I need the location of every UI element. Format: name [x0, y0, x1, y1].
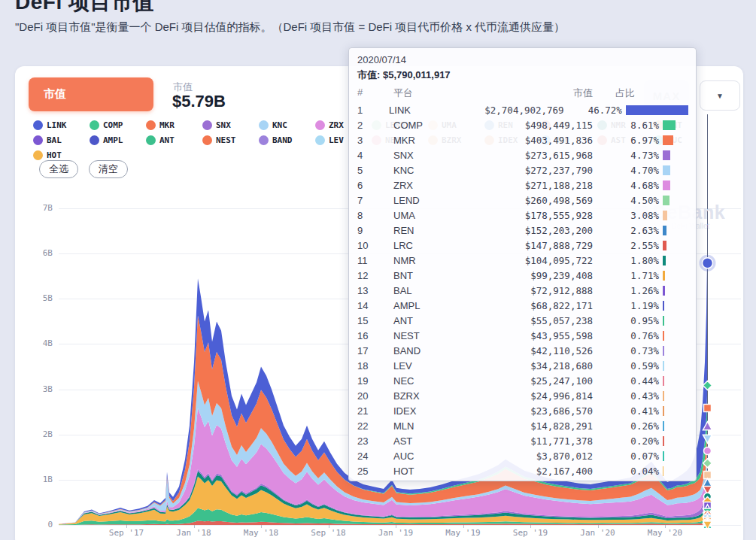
metric-value: $5.79B [172, 92, 226, 111]
legend-dot-icon [202, 135, 212, 145]
y-axis-label: 7B [23, 203, 53, 213]
tooltip-row-mln: 22MLN$14,828,2910.26% [357, 418, 688, 433]
cell-pct: 0.73% [593, 345, 659, 356]
cell-rank: 18 [357, 360, 393, 372]
defi-marketcap-page: DeFi 项目市值 "DeFi 项目市值"是衡量一个 DeFi 项目估值的指标。… [0, 0, 756, 540]
tooltip-row-uma: 8UMA$178,555,9283.08% [357, 208, 688, 223]
cell-rank: 6 [357, 180, 393, 191]
cell-cap: $42,110,526 [499, 345, 593, 356]
legend-dot-icon [259, 120, 269, 130]
legend-dot-icon [90, 135, 99, 145]
cell-rank: 14 [357, 300, 393, 311]
chart-tooltip: 2020/07/14 市值: $5,790,011,917 # 平台 市值 占比… [348, 47, 697, 481]
clear-button[interactable]: 清空 [89, 160, 128, 178]
x-axis-label: Sep '18 [302, 528, 355, 538]
gridline [59, 525, 741, 526]
cell-name: BAND [393, 345, 499, 356]
legend-dot-icon [33, 135, 43, 145]
x-axis-label: Sep '17 [100, 528, 153, 538]
share-bar [663, 451, 664, 461]
cell-rank: 7 [357, 195, 393, 206]
col-platform: 平台 [393, 86, 499, 100]
legend-dot-icon [33, 150, 43, 160]
share-bar [663, 181, 670, 190]
tooltip-row-ant: 15ANT$55,057,2380.95% [357, 313, 688, 328]
share-bar [663, 391, 664, 401]
cell-rank: 4 [357, 150, 393, 161]
cell-name: AST [393, 435, 499, 447]
legend-item-snx[interactable]: SNX [202, 119, 259, 131]
cell-cap: $68,822,171 [499, 300, 593, 311]
legend-item-bal[interactable]: BAL [33, 134, 90, 146]
tooltip-total: 市值: $5,790,011,917 [357, 68, 451, 82]
legend-dot-icon [146, 135, 156, 145]
page-title: DeFi 项目市值 [15, 0, 154, 17]
cell-pct: 6.97% [593, 135, 659, 146]
legend-label: NEST [216, 135, 236, 145]
cell-pct: 1.26% [593, 285, 659, 296]
cell-rank: 8 [357, 210, 393, 221]
cell-name: BAL [393, 285, 499, 296]
col-cap: 市值 [499, 86, 593, 100]
cell-name: LEND [393, 195, 499, 206]
legend-dot-icon [90, 120, 99, 130]
x-axis-label: May '20 [639, 528, 691, 538]
tooltip-row-ast: 23AST$11,771,3780.20% [357, 433, 688, 448]
cell-pct: 3.08% [593, 210, 659, 221]
legend-item-band[interactable]: BAND [259, 134, 315, 146]
legend-item-knc[interactable]: KNC [259, 119, 315, 131]
cell-name: MLN [393, 420, 499, 432]
select-all-button[interactable]: 全选 [39, 160, 78, 178]
cell-pct: 0.07% [593, 451, 659, 462]
x-axis-tick [126, 524, 127, 528]
cell-name: NEC [393, 375, 499, 387]
share-bar [663, 256, 666, 265]
cell-pct: 8.61% [593, 120, 659, 131]
range-dropdown[interactable]: ▼ [700, 80, 740, 111]
x-axis-label: Jan '20 [572, 528, 624, 538]
legend-item-link[interactable]: LINK [33, 119, 90, 131]
legend-item-ant[interactable]: ANT [146, 134, 202, 146]
cell-name: COMP [393, 120, 499, 131]
cell-cap: $2,704,902,769 [481, 105, 564, 116]
cell-cap: $271,188,218 [499, 180, 593, 191]
legend-item-mkr[interactable]: MKR [146, 119, 202, 131]
cell-rank: 19 [357, 375, 393, 387]
metric-tab-marketcap[interactable]: 市值 [29, 77, 153, 111]
col-share: 占比 [593, 86, 659, 100]
share-bar [663, 331, 664, 341]
legend-label: SNX [216, 120, 231, 130]
cell-cap: $273,615,968 [499, 150, 593, 161]
cell-pct: 4.70% [593, 165, 659, 176]
cell-cap: $3,870,012 [499, 451, 593, 462]
cell-pct: 0.20% [593, 435, 659, 447]
x-axis-tick [261, 524, 262, 528]
cell-rank: 3 [357, 135, 393, 146]
cell-rank: 9 [357, 225, 393, 236]
tooltip-row-bal: 13BAL$72,912,8881.26% [357, 283, 688, 298]
legend-label: COMP [103, 120, 123, 130]
x-axis-label: May '19 [437, 528, 490, 538]
tooltip-row-band: 17BAND$42,110,5260.73% [357, 343, 688, 358]
share-bar [663, 135, 673, 145]
cell-name: UMA [393, 210, 499, 221]
cell-cap: $498,449,115 [499, 120, 593, 131]
tooltip-row-link: 1LINK$2,704,902,76946.72% [357, 102, 688, 117]
x-axis-tick [194, 524, 195, 528]
cell-rank: 17 [357, 345, 393, 356]
x-axis-tick [463, 524, 464, 528]
tooltip-header: # 平台 市值 占比 [357, 86, 688, 100]
legend-item-nest[interactable]: NEST [202, 134, 259, 146]
chevron-down-icon: ▼ [716, 92, 724, 100]
cell-name: NMR [393, 255, 499, 266]
share-bar [663, 316, 664, 326]
x-axis-tick [598, 524, 599, 528]
x-axis-label: Jan '18 [168, 528, 220, 538]
legend-item-ampl[interactable]: AMPL [90, 134, 146, 146]
tooltip-row-auc: 24AUC$3,870,0120.07% [357, 448, 688, 463]
tooltip-row-bnt: 12BNT$99,239,4081.71% [357, 268, 688, 283]
x-axis-tick [396, 524, 396, 528]
legend-item-comp[interactable]: COMP [90, 119, 146, 131]
legend-label: HOT [47, 150, 62, 160]
legend-item-hot[interactable]: HOT [33, 149, 90, 161]
